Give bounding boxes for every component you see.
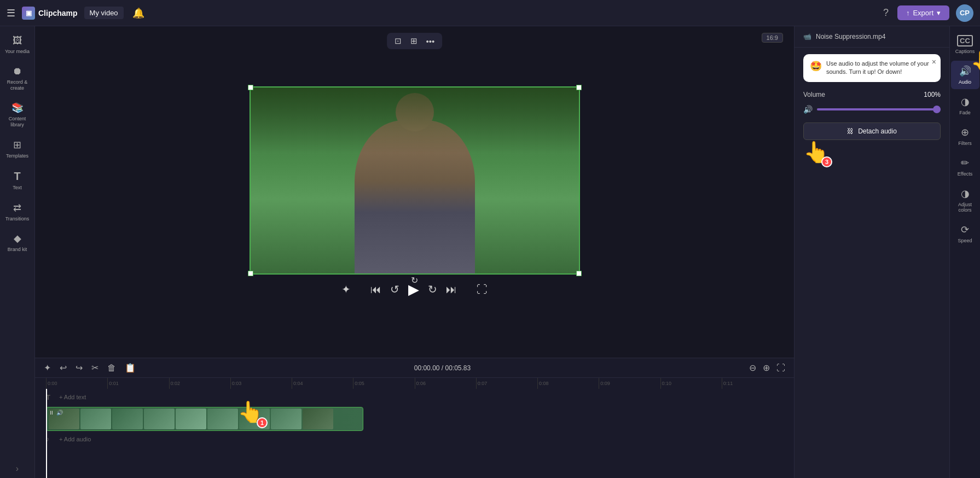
resize-handle-tl[interactable] — [248, 85, 253, 90]
auto-select-button[interactable]: ✦ — [42, 362, 53, 374]
sidebar-item-record[interactable]: ⏺ Record & create — [1, 61, 34, 96]
sidebar-label-content-library: Content library — [3, 116, 32, 128]
zoom-in-button[interactable]: ⊕ — [761, 362, 772, 374]
resize-handle-tr[interactable] — [576, 85, 582, 90]
center-area: ⊡ ⊞ ••• 16:9 — [35, 26, 794, 478]
detach-audio-button[interactable]: ⛓ Detach audio — [803, 123, 941, 140]
right-panel: 📹 Noise Suppression.mp4 🤩 Use audio to a… — [794, 26, 980, 478]
clip-frames — [47, 407, 335, 430]
sidebar-item-text[interactable]: T Text — [1, 166, 34, 195]
sidebar-collapse-button[interactable]: › — [16, 464, 19, 474]
add-text-button[interactable]: + Add text — [59, 394, 86, 400]
volume-label: Volume — [803, 91, 825, 98]
rewind-button[interactable]: ↺ — [390, 283, 399, 296]
skip-forward-button[interactable]: ⏭ — [446, 283, 457, 296]
hamburger-button[interactable]: ☰ — [7, 7, 15, 19]
sidebar-item-content-library[interactable]: 📚 Content library — [1, 97, 34, 132]
right-bar-fade[interactable]: ◑ Fade — [951, 91, 979, 120]
adjust-colors-label: Adjust colors — [953, 202, 977, 213]
ruler-mark-10: 0:10 — [660, 378, 722, 389]
video-clip[interactable]: ⏸ 🔊 — [46, 407, 363, 431]
ruler-mark-3: 0:03 — [230, 378, 292, 389]
playhead[interactable] — [46, 389, 47, 478]
duplicate-button[interactable]: 📋 — [123, 362, 138, 374]
timeline-area: ✦ ↩ ↪ ✂ 🗑 📋 00:00.00 / 00:05.83 ⊖ ⊕ ⛶ — [35, 358, 794, 478]
clip-frame-7 — [239, 409, 270, 429]
export-chevron-icon: ▾ — [937, 9, 941, 17]
logo-icon: ▣ — [22, 7, 35, 20]
sidebar-item-your-media[interactable]: 🖼 Your media — [1, 31, 34, 59]
right-bar-adjust-colors[interactable]: ◑ Adjust colors — [951, 183, 979, 217]
your-media-icon: 🖼 — [13, 35, 22, 46]
cursor-hand-3: 👆 3 — [803, 140, 829, 164]
fade-label: Fade — [959, 110, 971, 115]
zoom-out-button[interactable]: ⊖ — [747, 362, 758, 374]
video-title[interactable]: My video — [84, 7, 124, 19]
panel-header: 📹 Noise Suppression.mp4 — [795, 26, 949, 48]
undo-button[interactable]: ↩ — [57, 362, 69, 374]
timeline-time: 00:00.00 / 00:05.83 — [142, 364, 743, 372]
fast-forward-button[interactable]: ↻ — [428, 283, 437, 296]
preview-toolbar: ⊡ ⊞ ••• — [387, 33, 443, 49]
file-name: Noise Suppression.mp4 — [816, 33, 885, 40]
sidebar-item-templates[interactable]: ⊞ Templates — [1, 135, 34, 164]
magic-wand-button[interactable]: ✦ — [341, 283, 351, 296]
right-bar-speed[interactable]: ⟳ Speed — [951, 219, 979, 248]
ruler-mark-6: 0:06 — [415, 378, 476, 389]
timeline-tracks: T + Add text ⏸ 🔊 — [35, 389, 794, 478]
volume-icon: 🔊 — [803, 105, 813, 114]
clip-frame-8 — [271, 409, 301, 429]
captions-icon: CC — [957, 35, 973, 46]
text-track-row: T + Add text — [46, 389, 783, 405]
video-frame: ↻ — [250, 86, 580, 275]
skip-back-button[interactable]: ⏮ — [370, 283, 381, 296]
sidebar-label-record: Record & create — [3, 79, 32, 91]
audio-icon: 🔊 — [959, 65, 971, 77]
sidebar-label-your-media: Your media — [5, 49, 30, 55]
ruler-marks: 0:00 0:01 0:02 0:03 0:04 0:05 0:06 0:07 … — [46, 378, 783, 389]
sidebar-item-transitions[interactable]: ⇄ Transitions — [1, 197, 34, 226]
clip-lock-icon: ⏸ — [49, 410, 54, 416]
clip-frame-3 — [112, 409, 143, 429]
volume-row: Volume 100% — [803, 91, 941, 98]
app-logo: ▣ Clipchamp — [22, 7, 78, 20]
ruler-mark-1: 0:01 — [107, 378, 169, 389]
video-thumbnail — [251, 88, 579, 273]
fit-button[interactable]: ⊞ — [408, 35, 420, 47]
fullscreen-button[interactable]: ⛶ — [477, 283, 488, 296]
right-bar-effects[interactable]: ✏ Effects — [951, 153, 979, 181]
ruler-mark-9: 0:09 — [599, 378, 660, 389]
volume-slider-thumb[interactable] — [933, 106, 941, 113]
content-library-icon: 📚 — [11, 102, 24, 114]
ruler-mark-5: 0:05 — [353, 378, 414, 389]
rotate-handle[interactable]: ↻ — [411, 275, 418, 285]
user-avatar[interactable]: CP — [956, 4, 973, 22]
main-area: 🖼 Your media ⏺ Record & create 📚 Content… — [0, 26, 980, 478]
notification-button[interactable]: 🔔 — [130, 5, 147, 21]
resize-handle-bl[interactable] — [248, 271, 253, 276]
add-audio-button[interactable]: + Add audio — [59, 436, 91, 442]
right-bar-audio[interactable]: 🔊 Audio 👆 2 — [951, 61, 979, 89]
export-button[interactable]: ↑ Export ▾ — [897, 5, 949, 20]
tooltip-close-button[interactable]: × — [932, 57, 936, 66]
delete-button[interactable]: 🗑 — [105, 362, 118, 374]
filters-label: Filters — [958, 141, 972, 146]
resize-handle-br[interactable] — [576, 271, 582, 276]
tooltip-emoji: 🤩 — [810, 60, 822, 73]
volume-slider[interactable] — [817, 108, 941, 110]
crop-button[interactable]: ⊡ — [392, 35, 404, 47]
redo-button[interactable]: ↪ — [73, 362, 85, 374]
sidebar-item-brand-kit[interactable]: ◆ Brand kit — [1, 228, 34, 257]
zoom-fit-button[interactable]: ⛶ — [774, 362, 787, 374]
help-button[interactable]: ? — [881, 5, 891, 21]
right-bar-filters[interactable]: ⊕ Filters — [951, 122, 979, 150]
audio-label: Audio — [959, 79, 971, 85]
clip-frame-2 — [80, 409, 111, 429]
filters-icon: ⊕ — [961, 126, 969, 138]
clip-frame-6 — [207, 409, 238, 429]
more-options-button[interactable]: ••• — [424, 35, 437, 47]
cut-button[interactable]: ✂ — [89, 362, 101, 374]
panel-content: 🤩 Use audio to adjust the volume of your… — [795, 48, 949, 478]
right-bar-captions[interactable]: CC Captions — [951, 31, 979, 59]
video-preview-area: ⊡ ⊞ ••• 16:9 — [35, 26, 794, 358]
